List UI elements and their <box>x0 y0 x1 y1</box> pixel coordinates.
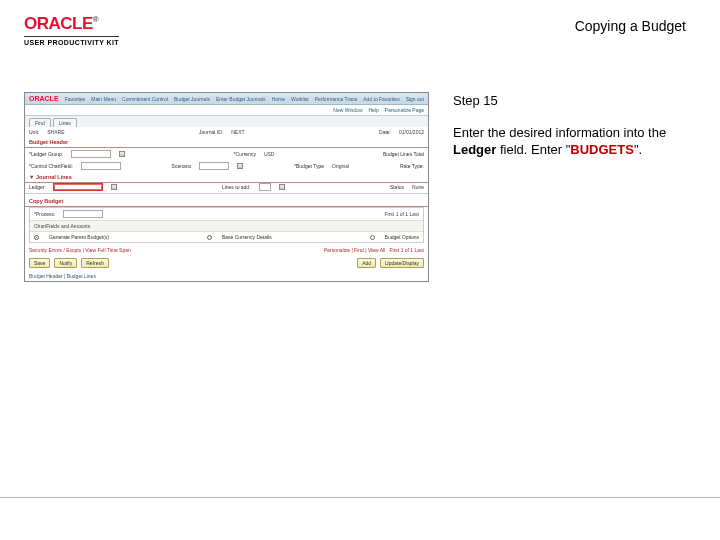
personalize-link[interactable]: Personalize Page <box>385 107 424 113</box>
lookup-icon[interactable] <box>111 184 117 190</box>
scenario-label: Scenario <box>172 163 192 169</box>
tab-bar: Find Lines <box>25 116 428 127</box>
radio-use-default[interactable] <box>370 235 375 240</box>
instructions-panel: Step 15 Enter the desired information in… <box>453 92 693 159</box>
proc-label: *Process: <box>34 211 55 217</box>
rate-type-label: Rate Type: <box>400 163 424 169</box>
budget-type-value: Original <box>332 163 349 169</box>
lines-to-add-input[interactable] <box>259 183 271 191</box>
row-proc: *Process: First 1 of 1 Last <box>30 208 423 220</box>
update-button[interactable]: Update/Display <box>380 258 424 268</box>
security-link[interactable]: Security Errors / Excpts | View Full Tim… <box>29 247 131 253</box>
header-info-row: Unit: SHARE Journal ID: NEXT Date: 01/01… <box>25 127 428 137</box>
crumb[interactable]: Main Menu <box>91 96 116 102</box>
app-logo: ORACLE <box>29 95 59 102</box>
button-bar: Save Notify Refresh Add Update/Display <box>25 255 428 271</box>
brand-suffix: ® <box>93 15 98 24</box>
text-after: ". <box>634 142 642 157</box>
status-label: Status <box>390 184 404 190</box>
use-default-label: Budget Options <box>385 234 419 240</box>
ledger-group-label: *Ledger Group: <box>29 151 63 157</box>
home-link[interactable]: Home <box>272 96 285 102</box>
date-label: Date: <box>379 129 391 135</box>
new-window-link[interactable]: New Window <box>333 107 362 113</box>
brand-text: ORACLE <box>24 14 93 33</box>
first-last-2[interactable]: First 1 of 1 Last <box>390 247 424 253</box>
header: ORACLE® USER PRODUCTIVITY KIT Copying a … <box>0 0 720 52</box>
fav-link[interactable]: Add to Favorites <box>363 96 399 102</box>
row-control: *Control ChartField: Scenario *Budget Ty… <box>25 160 428 172</box>
app-topbar: ORACLE Favorites Main Menu Commitment Co… <box>25 93 428 105</box>
crumb[interactable]: Favorites <box>65 96 86 102</box>
lines-to-add-label: Lines to add: <box>222 184 251 190</box>
currency-value: USD <box>264 151 275 157</box>
unit-label: Unit: <box>29 129 39 135</box>
add-icon[interactable] <box>279 184 285 190</box>
radio-parent-opts[interactable] <box>207 235 212 240</box>
first-last[interactable]: First 1 of 1 Last <box>385 211 419 217</box>
logo-block: ORACLE® USER PRODUCTIVITY KIT <box>24 14 119 46</box>
proc-input[interactable] <box>63 210 103 218</box>
link-row: Security Errors / Excpts | View Full Tim… <box>25 245 428 255</box>
panel-utility-row: New Window Help Personalize Page <box>25 105 428 116</box>
divider <box>25 193 428 194</box>
text-before: Enter the desired information into the <box>453 125 666 140</box>
target-value: BUDGETS <box>570 142 634 157</box>
ledger-input[interactable] <box>53 183 103 191</box>
crumb[interactable]: Budget Journals <box>174 96 210 102</box>
crumb[interactable]: Commitment Control <box>122 96 168 102</box>
section-budget-lines[interactable]: ▼ Journal Lines <box>25 172 428 183</box>
upk-label: USER PRODUCTIVITY KIT <box>24 36 119 46</box>
crumb[interactable]: Enter Budget Journals <box>216 96 265 102</box>
help-link[interactable]: Help <box>369 107 379 113</box>
control-cf-input[interactable] <box>81 162 121 170</box>
gen-parent-label: Generate Parent Budget(s) <box>49 234 109 240</box>
footer-links[interactable]: Budget Header | Budget Lines <box>25 271 428 281</box>
journal-value: NEXT <box>231 129 244 135</box>
breadcrumb[interactable]: Favorites Main Menu Commitment Control B… <box>65 96 266 102</box>
scenario-input[interactable] <box>199 162 229 170</box>
notify-button[interactable]: Notify <box>54 258 77 268</box>
app-screenshot: ORACLE Favorites Main Menu Commitment Co… <box>25 93 428 281</box>
tab-lines[interactable]: Lines <box>53 118 77 127</box>
instruction-text: Enter the desired information into the L… <box>453 124 693 159</box>
unit-value: SHARE <box>47 129 64 135</box>
lookup-icon[interactable] <box>119 151 125 157</box>
date-value: 01/01/2012 <box>399 129 424 135</box>
subtab[interactable]: ChartFields and Amounts <box>34 223 90 229</box>
ledger-group-input[interactable] <box>71 150 111 158</box>
add-button[interactable]: Add <box>357 258 376 268</box>
copy-budget-box: *Process: First 1 of 1 Last ChartFields … <box>29 207 424 243</box>
signout-link[interactable]: Sign out <box>406 96 424 102</box>
worklist-link[interactable]: Worklist <box>291 96 309 102</box>
row-ledger: *Ledger Group: *Currency USD Budget Line… <box>25 148 428 160</box>
row-ledger2: Ledger Lines to add: Status None <box>25 183 428 191</box>
lookup-icon[interactable] <box>237 163 243 169</box>
row-subtabs: ChartFields and Amounts <box>30 220 423 232</box>
ledger-label: Ledger <box>29 184 45 190</box>
budget-type-label: *Budget Type <box>294 163 324 169</box>
currency-label: *Currency <box>234 151 256 157</box>
count-label: Budget Lines Total <box>383 151 424 157</box>
personalize-find[interactable]: Personalize | Find | View All <box>324 247 385 253</box>
section-copy-budget: Copy Budget <box>25 196 428 207</box>
refresh-button[interactable]: Refresh <box>81 258 109 268</box>
status-value: None <box>412 184 424 190</box>
page-title: Copying a Budget <box>575 18 686 34</box>
screenshot-frame: ORACLE Favorites Main Menu Commitment Co… <box>24 92 429 282</box>
header-links: Home Worklist Performance Trace Add to F… <box>272 96 424 102</box>
control-cf-label: *Control ChartField: <box>29 163 73 169</box>
perf-link[interactable]: Performance Trace <box>315 96 358 102</box>
row-radios: Generate Parent Budget(s) Base Currency … <box>30 232 423 242</box>
field-name: Ledger <box>453 142 496 157</box>
save-button[interactable]: Save <box>29 258 50 268</box>
content: ORACLE Favorites Main Menu Commitment Co… <box>0 52 720 282</box>
section-budget-header: Budget Header <box>25 137 428 148</box>
tab-find[interactable]: Find <box>29 118 51 127</box>
radio-gen-parent[interactable] <box>34 235 39 240</box>
step-label: Step 15 <box>453 92 693 110</box>
oracle-logo: ORACLE® <box>24 14 119 34</box>
parent-opts-label: Base Currency Details <box>222 234 272 240</box>
journal-label: Journal ID: <box>199 129 223 135</box>
footer-divider <box>0 497 720 498</box>
